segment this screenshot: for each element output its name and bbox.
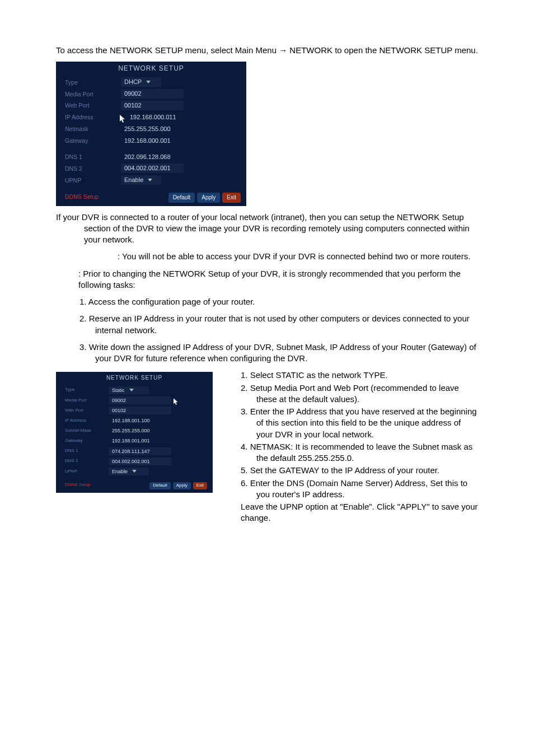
ip-address-label: IP Address xyxy=(65,113,121,121)
web-port-label: Web Port xyxy=(65,408,109,414)
upnp-value: Enable xyxy=(124,176,143,184)
exit-button[interactable]: Exit xyxy=(222,193,241,203)
body-paragraph-1: If your DVR is connected to a router of … xyxy=(84,212,478,246)
right-list-item-6: 6. Enter the DNS (Domain Name Server) Ad… xyxy=(256,478,478,501)
panel-title: NETWORK SETUP xyxy=(56,62,246,76)
dns1-label: DNS 1 xyxy=(65,448,109,454)
svg-marker-0 xyxy=(120,115,125,123)
dns2-label: DNS 2 xyxy=(65,458,109,464)
body-paragraph-2: : You will not be able to access your DV… xyxy=(78,251,478,262)
subnet-mask-value: 255.255.255.000 xyxy=(109,427,153,435)
ip-address-value: 192.168.000.011 xyxy=(127,113,180,122)
web-port-input[interactable]: 00102 xyxy=(121,101,184,110)
subnet-mask-label: Subnet Mask xyxy=(65,428,109,434)
chevron-down-icon xyxy=(146,81,151,83)
default-button[interactable]: Default xyxy=(168,193,195,203)
dns1-input[interactable]: 074.208.111.147 xyxy=(109,447,171,455)
upnp-label: UPNP xyxy=(65,469,109,475)
upnp-value: Enable xyxy=(112,468,128,475)
intro-paragraph: To access the NETWORK SETUP menu, select… xyxy=(84,45,478,56)
gateway-value: 192.188.001.001 xyxy=(109,437,153,445)
panel-title: NETWORK SETUP xyxy=(56,372,213,385)
netmask-value: 255.255.255.000 xyxy=(121,124,174,134)
media-port-input[interactable]: 09002 xyxy=(121,89,184,99)
type-select[interactable]: Static xyxy=(109,386,149,394)
network-setup-panel-2: NETWORK SETUP Type Static Media Port 090… xyxy=(56,372,213,493)
dns1-value: 202.096.128.068 xyxy=(121,152,174,162)
web-port-label: Web Port xyxy=(65,101,121,109)
default-button[interactable]: Default xyxy=(149,482,170,489)
upnp-select[interactable]: Enable xyxy=(109,468,149,475)
ddns-setup-button[interactable]: DDNS Setup xyxy=(65,193,121,203)
chevron-down-icon xyxy=(129,389,134,391)
right-list-item-4: 4. NETMASK: It is recommended to leave t… xyxy=(256,441,478,464)
body-paragraph-3: : Prior to changing the NETWORK Setup of… xyxy=(78,268,478,291)
network-setup-panel-1: NETWORK SETUP Type DHCP Media Port 09002… xyxy=(56,62,246,206)
main-list-item-3: 3. Write down the assigned IP Address of… xyxy=(95,342,478,365)
dns1-label: DNS 1 xyxy=(65,153,121,161)
gateway-label: Gateway xyxy=(65,137,121,144)
web-port-input[interactable]: 00102 xyxy=(109,407,171,414)
svg-marker-1 xyxy=(174,398,178,405)
dns2-label: DNS 2 xyxy=(65,165,121,172)
main-list-item-1: 1. Access the configuration page of your… xyxy=(95,296,478,307)
gateway-label: Gateway xyxy=(65,438,109,444)
media-port-label: Media Port xyxy=(65,90,121,98)
apply-button[interactable]: Apply xyxy=(197,193,220,203)
dns2-input[interactable]: 004.002.002.001 xyxy=(121,164,184,173)
type-value: Static xyxy=(112,387,125,394)
right-list-item-2: 2. Setup Media Port and Web Port (recomm… xyxy=(256,382,478,405)
ip-address-value: 192.188.001.100 xyxy=(109,417,153,424)
netmask-label: Netmask xyxy=(65,125,121,133)
apply-button[interactable]: Apply xyxy=(173,482,191,489)
ddns-setup-button[interactable]: DDNS Setup xyxy=(65,482,109,489)
type-select[interactable]: DHCP xyxy=(121,77,161,87)
ip-address-label: IP Address xyxy=(65,418,109,424)
right-list-item-5: 5. Set the GATEWAY to the IP Address of … xyxy=(256,465,478,476)
chevron-down-icon xyxy=(132,470,137,473)
type-label: Type xyxy=(65,387,109,393)
media-port-label: Media Port xyxy=(65,398,109,404)
type-value: DHCP xyxy=(124,78,142,86)
main-list-item-2: 2. Reserve an IP Address in your router … xyxy=(95,313,478,336)
dns2-input[interactable]: 004.002.002.001 xyxy=(109,458,171,465)
upnp-select[interactable]: Enable xyxy=(121,175,161,185)
gateway-value: 192.168.000.001 xyxy=(121,136,174,146)
type-label: Type xyxy=(65,78,121,86)
upnp-label: UPNP xyxy=(65,176,121,184)
media-port-input[interactable]: 09002 xyxy=(109,396,171,404)
right-paragraph: Leave the UPNP option at "Enable". Click… xyxy=(241,501,478,524)
exit-button[interactable]: Exit xyxy=(193,482,207,489)
right-list-item-3: 3. Enter the IP Address that you have re… xyxy=(256,406,478,440)
right-list-item-1: 1. Select STATIC as the network TYPE. xyxy=(256,370,478,381)
chevron-down-icon xyxy=(148,179,152,181)
